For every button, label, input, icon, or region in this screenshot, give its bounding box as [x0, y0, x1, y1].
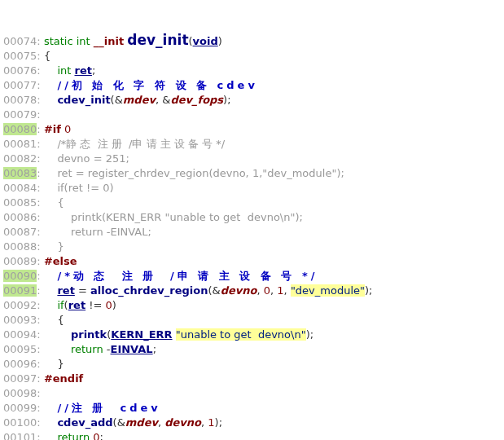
line-number: 00090 [3, 270, 37, 282]
code-token: ) [218, 35, 222, 47]
gutter-sep: : [37, 123, 44, 135]
line-number: 00084 [3, 182, 37, 194]
line-number: 00097 [3, 372, 37, 385]
code-token [44, 328, 71, 341]
code-token: void [193, 35, 218, 47]
line-number: 00099 [3, 402, 37, 414]
code-token: cdev_init [57, 94, 110, 106]
code-token [44, 314, 58, 326]
gutter-sep: : [37, 226, 44, 238]
line-number: 00076 [3, 64, 37, 77]
line-number: 00083 [3, 167, 37, 179]
code-token: ret [75, 64, 92, 77]
code-token: ); [215, 416, 222, 429]
gutter-sep: : [37, 50, 44, 62]
line-number: 00087 [3, 226, 37, 238]
gutter-sep: : [37, 79, 44, 91]
code-token: ) [112, 299, 116, 311]
code-token: 1 [277, 284, 283, 297]
line-number: 00095 [3, 343, 37, 355]
gutter-sep: : [37, 270, 44, 282]
code-token: 1 [208, 416, 214, 429]
line-number: 00085 [3, 196, 37, 209]
code-token: if [57, 299, 64, 311]
code-token: , [284, 284, 291, 297]
code-token: devno = 251; [44, 152, 129, 165]
gutter-sep: : [37, 431, 44, 440]
code-token: KERN_ERR [111, 328, 172, 341]
code-token: __init [94, 35, 124, 47]
code-token: 0 [64, 123, 71, 135]
line-number: 00082 [3, 152, 37, 165]
code-token: /*静 态 注 册 /申 请 主 设 备 号 */ [44, 138, 225, 150]
code-token: ; [153, 343, 156, 355]
gutter-sep: : [37, 343, 44, 355]
code-token: } [57, 358, 64, 370]
line-number: 00096 [3, 358, 37, 370]
code-token: /*动 态 注 册 /申 请 主 设 备 号 */ [57, 270, 318, 282]
gutter-sep: : [37, 196, 44, 209]
gutter-sep: : [37, 387, 44, 399]
code-token: 0 [264, 284, 270, 297]
code-token: //注 册 cdev [57, 402, 160, 414]
code-token: dev_init [127, 32, 188, 48]
gutter-sep: : [37, 328, 44, 341]
code-token [44, 270, 58, 282]
code-token: if(ret != 0) [44, 182, 114, 194]
code-token: ret = register_chrdev_region(devno, 1,"d… [44, 167, 344, 179]
line-number: 00088 [3, 240, 37, 253]
line-number: 00077 [3, 79, 37, 91]
code-token: return [57, 431, 90, 440]
line-number: 00098 [3, 387, 37, 399]
line-number: 00086 [3, 211, 37, 223]
code-token: { [44, 196, 64, 209]
gutter-sep: : [37, 35, 44, 47]
gutter-sep: : [37, 94, 44, 106]
code-token: mdev [123, 94, 156, 106]
gutter-sep: : [37, 299, 44, 311]
code-listing: 00074: static int __init dev_init(void) … [3, 33, 504, 440]
line-number: 00093 [3, 314, 37, 326]
code-token: , [257, 284, 264, 297]
code-token: { [57, 314, 64, 326]
gutter-sep: : [37, 314, 44, 326]
code-token: #endif [44, 372, 83, 385]
code-token: return [71, 343, 103, 355]
code-token: printk(KERN_ERR "unable to get devno\n")… [44, 211, 303, 223]
code-token [44, 79, 58, 91]
line-number: 00078 [3, 94, 37, 106]
code-token: ); [365, 284, 372, 297]
code-token: (& [111, 94, 123, 106]
code-token [44, 431, 58, 440]
code-token: cdev_add [57, 416, 112, 429]
line-number: 00100 [3, 416, 37, 429]
line-number: 00080 [3, 123, 37, 135]
code-token: , [158, 416, 164, 429]
code-token: ret [68, 299, 85, 311]
code-token: ret [57, 284, 74, 297]
code-token: != [85, 299, 105, 311]
code-token: printk [71, 328, 107, 341]
code-token: (& [208, 284, 221, 297]
code-token: 0 [106, 299, 112, 311]
gutter-sep: : [37, 64, 44, 77]
line-number: 00081 [3, 138, 37, 150]
gutter-sep: : [37, 108, 44, 121]
code-token: 0 [93, 431, 99, 440]
code-token: int [77, 35, 90, 47]
code-token [44, 402, 58, 414]
code-token [44, 416, 58, 429]
line-number: 00079 [3, 108, 37, 121]
line-number: 00101 [3, 431, 37, 440]
line-number: 00092 [3, 299, 37, 311]
gutter-sep: : [37, 402, 44, 414]
gutter-sep: : [37, 255, 44, 267]
code-token [44, 358, 58, 370]
code-token [44, 64, 58, 77]
gutter-sep: : [37, 182, 44, 194]
gutter-sep: : [37, 138, 44, 150]
code-token: alloc_chrdev_region [90, 284, 208, 297]
code-token: devno [164, 416, 201, 429]
code-token: ); [306, 328, 313, 341]
code-token: EINVAL [111, 343, 153, 355]
